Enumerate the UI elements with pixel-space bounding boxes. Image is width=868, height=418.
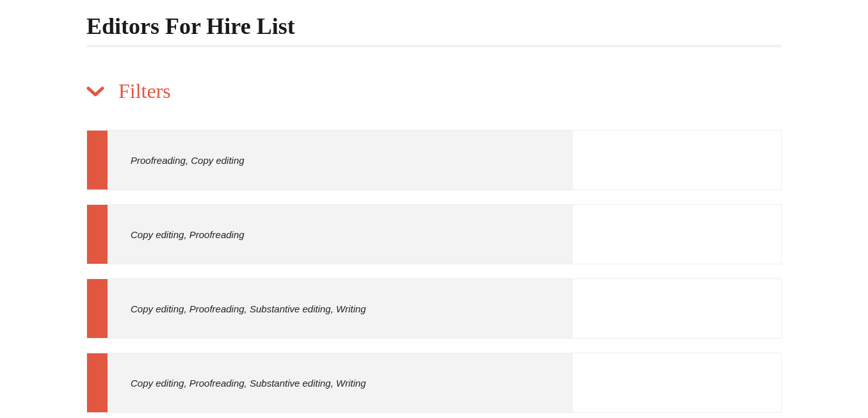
list-item[interactable]: Copy editing, Proofreading, Substantive …	[86, 278, 782, 339]
item-right-panel	[573, 205, 781, 264]
title-divider	[86, 45, 782, 47]
filters-toggle[interactable]: Filters	[86, 79, 782, 103]
item-accent-bar	[87, 131, 108, 189]
item-right-panel	[573, 131, 781, 189]
item-accent-bar	[87, 353, 108, 412]
list-item[interactable]: Copy editing, Proofreading	[86, 204, 782, 264]
item-services-text: Copy editing, Proofreading, Substantive …	[131, 378, 366, 389]
item-body: Proofreading, Copy editing	[108, 131, 573, 189]
item-body: Copy editing, Proofreading, Substantive …	[108, 279, 573, 338]
item-services-text: Copy editing, Proofreading	[131, 229, 245, 240]
list-item[interactable]: Copy editing, Proofreading, Substantive …	[86, 353, 782, 413]
item-accent-bar	[87, 279, 108, 338]
list-item[interactable]: Proofreading, Copy editing	[86, 130, 782, 190]
item-accent-bar	[87, 205, 108, 264]
main-container: Editors For Hire List Filters Proofreadi…	[0, 0, 868, 418]
editors-list: Proofreading, Copy editing Copy editing,…	[86, 130, 782, 413]
item-services-text: Copy editing, Proofreading, Substantive …	[131, 303, 366, 314]
item-right-panel	[573, 353, 781, 412]
chevron-down-icon	[86, 85, 104, 98]
filters-label: Filters	[118, 79, 171, 103]
item-services-text: Proofreading, Copy editing	[131, 155, 245, 166]
item-right-panel	[573, 279, 781, 338]
item-body: Copy editing, Proofreading	[108, 205, 573, 264]
page-title: Editors For Hire List	[86, 13, 782, 40]
item-body: Copy editing, Proofreading, Substantive …	[108, 353, 573, 412]
